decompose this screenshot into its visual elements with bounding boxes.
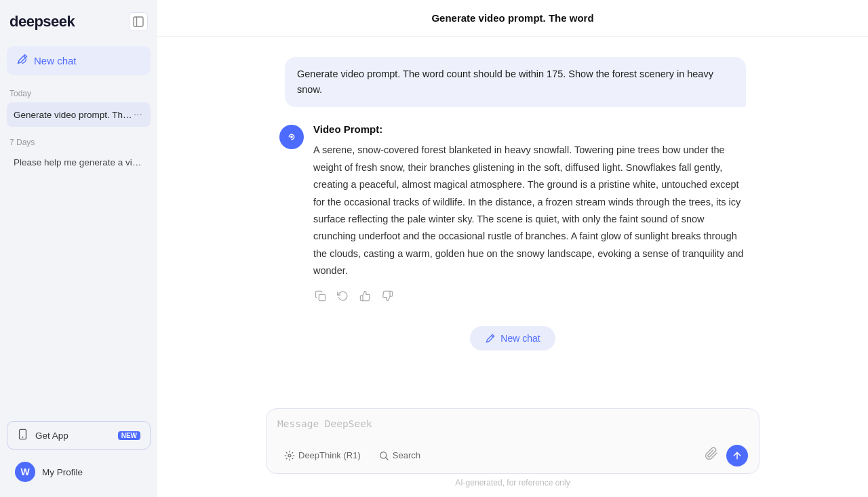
- ai-avatar: [279, 125, 304, 149]
- new-chat-button[interactable]: New chat: [7, 46, 151, 75]
- svg-rect-6: [319, 295, 325, 301]
- like-button[interactable]: [358, 289, 372, 303]
- mobile-icon: [17, 429, 28, 442]
- ai-disclaimer: AI-generated, for reference only: [266, 474, 760, 492]
- svg-point-5: [290, 136, 293, 139]
- my-profile-label: My Profile: [42, 467, 83, 477]
- seven-days-section-label: 7 Days: [7, 138, 151, 147]
- chat-item-today-0[interactable]: Generate video prompt. The… ···: [7, 102, 151, 127]
- send-button[interactable]: [726, 445, 748, 466]
- ai-response-text: A serene, snow-covered forest blanketed …: [313, 142, 746, 279]
- attach-button[interactable]: [702, 444, 721, 466]
- deepthink-label: DeepThink (R1): [298, 450, 361, 460]
- copy-button[interactable]: [313, 289, 328, 303]
- chat-body: Generate video prompt. The word count sh…: [157, 37, 868, 401]
- message-input[interactable]: [277, 418, 748, 435]
- get-app-label: Get App: [35, 431, 68, 441]
- chat-title: Generate video prompt. The word: [431, 12, 593, 24]
- logo: deepseek: [9, 13, 75, 31]
- input-toolbar: DeepThink (R1) Search: [277, 444, 748, 466]
- sidebar-bottom: Get App NEW W My Profile: [7, 421, 151, 489]
- avatar: W: [15, 462, 35, 482]
- new-chat-center-label: New chat: [500, 333, 540, 344]
- my-profile[interactable]: W My Profile: [7, 455, 151, 489]
- chat-item-7days-0[interactable]: Please help me generate a video: [7, 151, 151, 174]
- sidebar: deepseek New chat Today Generate video p…: [0, 0, 157, 497]
- ai-actions: [313, 289, 746, 303]
- more-options-button[interactable]: ···: [132, 108, 144, 121]
- dislike-button[interactable]: [380, 289, 395, 303]
- get-app-button[interactable]: Get App NEW: [7, 421, 151, 450]
- collapse-button[interactable]: [129, 12, 148, 31]
- input-area: DeepThink (R1) Search: [157, 401, 868, 497]
- new-chat-icon: [16, 53, 28, 68]
- chat-item-plain-title: Please help me generate a video: [14, 157, 144, 167]
- refresh-button[interactable]: [336, 289, 350, 303]
- user-message-text: Generate video prompt. The word count sh…: [297, 68, 713, 95]
- main-content: Generate video prompt. The word Generate…: [157, 0, 868, 497]
- new-chat-center-button[interactable]: New chat: [470, 326, 555, 351]
- search-button[interactable]: Search: [372, 447, 427, 464]
- input-right-actions: [702, 444, 748, 466]
- new-chat-label: New chat: [34, 55, 77, 66]
- ai-message: Video Prompt: A serene, snow-covered for…: [279, 123, 746, 303]
- search-label: Search: [393, 450, 420, 460]
- chat-header: Generate video prompt. The word: [157, 0, 868, 37]
- chat-item-title: Generate video prompt. The…: [14, 110, 132, 120]
- svg-rect-0: [134, 17, 143, 26]
- input-box: DeepThink (R1) Search: [266, 408, 760, 474]
- svg-point-8: [380, 452, 386, 458]
- new-chat-center: New chat: [279, 326, 746, 351]
- svg-point-7: [288, 454, 291, 457]
- new-badge: NEW: [118, 431, 140, 440]
- ai-content: Video Prompt: A serene, snow-covered for…: [313, 123, 746, 303]
- deepthink-button[interactable]: DeepThink (R1): [277, 447, 368, 464]
- sidebar-header: deepseek: [7, 8, 151, 35]
- ai-response-label: Video Prompt:: [313, 123, 746, 135]
- today-section-label: Today: [7, 89, 151, 98]
- user-message: Generate video prompt. The word count sh…: [285, 57, 746, 107]
